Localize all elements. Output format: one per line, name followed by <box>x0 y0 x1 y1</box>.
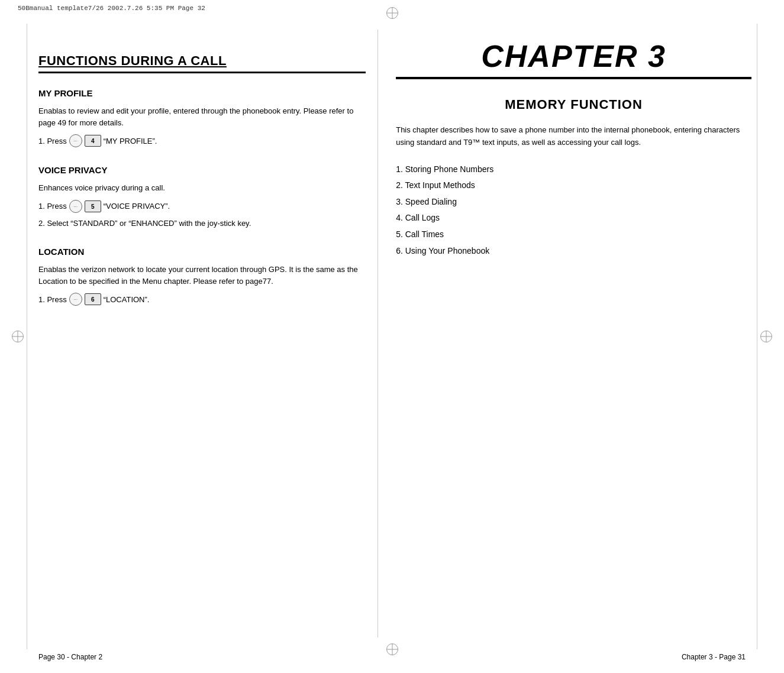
section-voice-privacy: VOICE PRIVACY Enhances voice privacy dur… <box>38 165 366 229</box>
reg-mark-top <box>386 7 398 19</box>
instruction-voice-privacy-2: 2. Select “STANDARD” or “ENHANCED” with … <box>38 218 366 229</box>
key-6: 6 <box>85 293 101 305</box>
section-text-voice-privacy: Enhances voice privacy during a call. <box>38 182 366 194</box>
right-column: CHAPTER 3 MEMORY FUNCTION This chapter d… <box>378 30 751 638</box>
key-4: 4 <box>85 135 101 147</box>
reg-mark-bottom <box>386 643 398 655</box>
instruction-voice-privacy-1: 1. Press ··· 5 “VOICE PRIVACY”. <box>38 200 366 213</box>
key-5: 5 <box>85 200 101 212</box>
footer-right: Chapter 3 - Page 31 <box>682 653 746 661</box>
border-left <box>27 24 27 649</box>
toc-item-3: 3. Speed Dialing <box>396 196 751 208</box>
toc-item-2: 2. Text Input Methods <box>396 180 751 192</box>
toc-item-5: 5. Call Times <box>396 229 751 241</box>
section-text-location: Enablas the verizon network to locate yo… <box>38 264 366 287</box>
section-my-profile: MY PROFILE Enablas to review and edit yo… <box>38 88 366 147</box>
menu-key-icon: ··· <box>69 134 82 147</box>
menu-key-icon-loc: ··· <box>69 293 82 306</box>
memory-description: This chapter describes how to save a pho… <box>396 124 751 149</box>
voice-privacy-quoted: “VOICE PRIVACY”. <box>104 202 170 211</box>
section-location: LOCATION Enablas the verizon network to … <box>38 247 366 306</box>
reg-mark-right <box>760 331 772 342</box>
toc-item-6: 6. Using Your Phonebook <box>396 245 751 257</box>
my-profile-quoted: “MY PROFILE”. <box>104 137 157 145</box>
toc-list: 1. Storing Phone Numbers 2. Text Input M… <box>396 164 751 257</box>
border-right <box>757 24 757 649</box>
instruction-my-profile: 1. Press ··· 4 “MY PROFILE”. <box>38 134 366 147</box>
chapter-divider <box>396 77 751 79</box>
instruction-text-1: 1. Press <box>38 202 67 211</box>
left-page-title: FUNCTIONS DURING A CALL <box>38 53 366 73</box>
reg-mark-left <box>12 331 24 342</box>
left-column: FUNCTIONS DURING A CALL MY PROFILE Enabl… <box>33 30 378 638</box>
menu-key-icon-vp: ··· <box>69 200 82 213</box>
toc-item-4: 4. Call Logs <box>396 212 751 224</box>
section-text-my-profile: Enablas to review and edit your profile,… <box>38 105 366 128</box>
toc-item-1: 1. Storing Phone Numbers <box>396 164 751 176</box>
page: 50Bmanual template7/26 2002.7.26 5:35 PM… <box>0 0 784 673</box>
chapter-title: CHAPTER 3 <box>396 38 751 74</box>
print-header: 50Bmanual template7/26 2002.7.26 5:35 PM… <box>18 5 205 12</box>
footer-left: Page 30 - Chapter 2 <box>38 653 102 661</box>
instruction-text-loc: 1. Press <box>38 295 67 304</box>
section-heading-my-profile: MY PROFILE <box>38 88 366 98</box>
section-heading-voice-privacy: VOICE PRIVACY <box>38 165 366 175</box>
columns-wrapper: FUNCTIONS DURING A CALL MY PROFILE Enabl… <box>33 30 751 638</box>
instruction-text-before: 1. Press <box>38 137 67 145</box>
memory-heading: MEMORY FUNCTION <box>396 97 751 112</box>
location-quoted: “LOCATION”. <box>104 295 150 304</box>
instruction-location: 1. Press ··· 6 “LOCATION”. <box>38 293 366 306</box>
section-heading-location: LOCATION <box>38 247 366 257</box>
